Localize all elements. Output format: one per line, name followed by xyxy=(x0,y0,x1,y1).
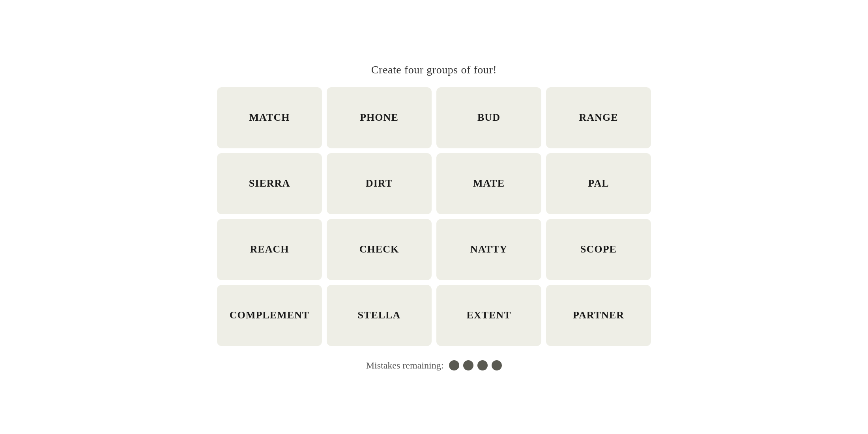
tile-label-stella: STELLA xyxy=(358,309,401,321)
mistakes-label: Mistakes remaining: xyxy=(366,360,444,371)
tile-dirt[interactable]: DIRT xyxy=(327,153,432,214)
tile-label-bud: BUD xyxy=(477,112,500,123)
tile-scope[interactable]: SCOPE xyxy=(546,219,651,280)
mistake-dot-2 xyxy=(463,360,473,370)
tile-match[interactable]: MATCH xyxy=(217,87,322,148)
tile-bud[interactable]: BUD xyxy=(436,87,541,148)
tile-label-scope: SCOPE xyxy=(580,243,617,255)
tile-label-mate: MATE xyxy=(473,178,505,189)
tile-label-reach: REACH xyxy=(250,243,289,255)
tile-label-range: RANGE xyxy=(579,112,618,123)
tile-grid: MATCHPHONEBUDRANGESIERRADIRTMATEPALREACH… xyxy=(217,87,651,346)
tile-natty[interactable]: NATTY xyxy=(436,219,541,280)
tile-stella[interactable]: STELLA xyxy=(327,285,432,346)
mistakes-row: Mistakes remaining: xyxy=(366,360,502,371)
tile-phone[interactable]: PHONE xyxy=(327,87,432,148)
game-container: Create four groups of four! MATCHPHONEBU… xyxy=(217,64,651,371)
mistake-dot-1 xyxy=(449,360,459,370)
tile-label-pal: PAL xyxy=(588,178,609,189)
tile-label-natty: NATTY xyxy=(470,243,507,255)
mistake-dot-3 xyxy=(477,360,488,370)
tile-label-match: MATCH xyxy=(249,112,290,123)
tile-mate[interactable]: MATE xyxy=(436,153,541,214)
tile-label-sierra: SIERRA xyxy=(249,178,290,189)
tile-sierra[interactable]: SIERRA xyxy=(217,153,322,214)
game-subtitle: Create four groups of four! xyxy=(371,64,497,76)
tile-check[interactable]: CHECK xyxy=(327,219,432,280)
mistake-dot-4 xyxy=(492,360,502,370)
tile-pal[interactable]: PAL xyxy=(546,153,651,214)
tile-label-phone: PHONE xyxy=(360,112,398,123)
dots-container xyxy=(449,360,502,370)
tile-reach[interactable]: REACH xyxy=(217,219,322,280)
tile-label-complement: COMPLEMENT xyxy=(230,309,310,321)
tile-complement[interactable]: COMPLEMENT xyxy=(217,285,322,346)
tile-label-extent: EXTENT xyxy=(466,309,511,321)
tile-label-dirt: DIRT xyxy=(366,178,393,189)
tile-label-check: CHECK xyxy=(359,243,399,255)
tile-partner[interactable]: PARTNER xyxy=(546,285,651,346)
tile-label-partner: PARTNER xyxy=(573,309,624,321)
tile-extent[interactable]: EXTENT xyxy=(436,285,541,346)
tile-range[interactable]: RANGE xyxy=(546,87,651,148)
